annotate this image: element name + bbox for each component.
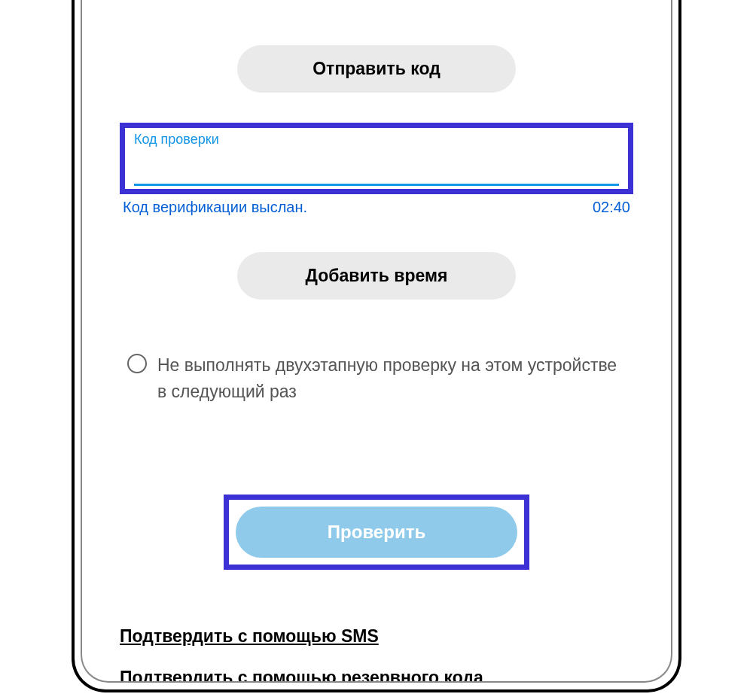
add-time-button[interactable]: Добавить время	[237, 252, 516, 300]
verification-code-input[interactable]	[134, 155, 619, 186]
status-message: Код верификации выслан.	[123, 199, 307, 216]
status-row: Код верификации выслан. 02:40	[120, 194, 633, 216]
send-code-button[interactable]: Отправить код	[237, 45, 516, 93]
code-input-label: Код проверки	[134, 132, 619, 148]
code-input-highlight-frame: Код проверки	[120, 123, 633, 194]
skip-2fa-label: Не выполнять двухэтапную проверку на это…	[157, 352, 626, 404]
confirm-via-backup-code-link[interactable]: Подтвердить с помощью резервного кода	[120, 668, 633, 683]
phone-screen: Отправить код Код проверки Код верификац…	[81, 0, 672, 683]
verify-button[interactable]: Проверить	[236, 507, 517, 558]
skip-2fa-row: Не выполнять двухэтапную проверку на это…	[120, 352, 633, 404]
countdown-timer: 02:40	[593, 199, 630, 216]
skip-2fa-radio[interactable]	[127, 354, 147, 373]
verify-highlight-frame: Проверить	[224, 495, 529, 570]
phone-frame: Отправить код Код проверки Код верификац…	[72, 0, 681, 692]
confirm-via-sms-link[interactable]: Подтвердить с помощью SMS	[120, 626, 633, 647]
